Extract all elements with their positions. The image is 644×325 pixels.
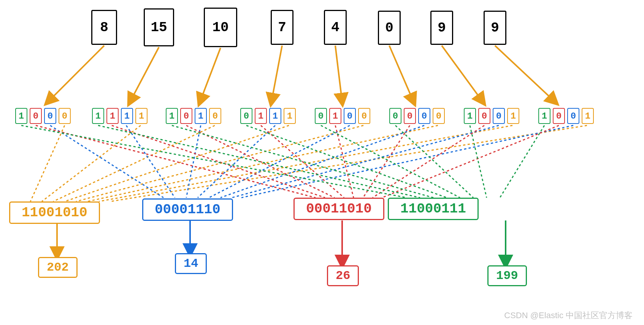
arrow-dec-to-bits-6 <box>442 46 483 102</box>
arrow-dec-to-bits-2 <box>200 48 220 102</box>
dash-blue <box>50 125 163 198</box>
dash-red <box>186 125 335 198</box>
decimal-box-7: 9 <box>484 11 506 45</box>
bit: 1 <box>255 108 267 124</box>
decimal-box-3: 7 <box>271 10 293 45</box>
decimal-value: 9 <box>438 20 446 36</box>
decimal-value: 9 <box>491 20 499 36</box>
dash-orange <box>87 125 438 201</box>
dash-green <box>321 125 460 198</box>
dash-red <box>335 125 354 198</box>
bit: 0 <box>209 108 221 124</box>
dash-orange <box>76 125 363 201</box>
result-binary-red: 00011010 <box>293 198 384 220</box>
bit: 1 <box>284 108 296 124</box>
result-binary-blue: 00001110 <box>142 198 233 221</box>
dash-green <box>470 125 487 198</box>
final-decimal-blue: 14 <box>175 253 207 274</box>
final-decimal-red: 26 <box>327 265 359 286</box>
result-arrows-layer <box>0 0 644 325</box>
dash-orange <box>110 125 587 201</box>
dash-red <box>363 125 410 198</box>
dash-red <box>382 125 559 198</box>
decimal-box-5: 0 <box>378 11 401 45</box>
bit-row-1: 1111 <box>92 108 148 124</box>
arrow-dec-to-bits-4 <box>335 46 342 102</box>
decimal-value: 8 <box>100 20 108 35</box>
bit: 1 <box>15 108 27 124</box>
bit: 0 <box>180 108 192 124</box>
dash-green <box>246 125 447 198</box>
bit: 0 <box>493 108 505 124</box>
binary-value: 00011010 <box>306 201 372 217</box>
final-value: 26 <box>336 269 350 283</box>
bit: 0 <box>389 108 401 124</box>
decimal-value: 0 <box>385 20 393 36</box>
bit: 0 <box>553 108 565 124</box>
bit: 1 <box>507 108 519 124</box>
final-value: 14 <box>184 257 198 271</box>
binary-value: 11000111 <box>400 201 466 217</box>
bit: 1 <box>135 108 148 124</box>
decimal-value: 7 <box>278 20 286 35</box>
decimal-box-1: 15 <box>144 8 174 46</box>
bit: 0 <box>418 108 430 124</box>
decimal-box-0: 8 <box>91 10 117 45</box>
final-value: 199 <box>496 269 518 283</box>
bit: 1 <box>121 108 133 124</box>
bit-row-4: 0100 <box>315 108 370 124</box>
dash-blue <box>198 125 275 198</box>
arrow-dec-to-bits-5 <box>389 46 414 102</box>
dash-blue <box>232 125 499 198</box>
dash-orange <box>65 125 289 201</box>
arrow-dec-to-bits-7 <box>495 46 555 102</box>
arrow-dec-to-bits-0 <box>48 46 104 102</box>
decimal-box-6: 9 <box>430 11 453 45</box>
dash-blue <box>186 125 201 198</box>
dash-blue <box>126 125 175 198</box>
binary-value: 11001010 <box>22 205 87 220</box>
dash-blue <box>209 125 350 198</box>
dash-blue <box>241 125 573 198</box>
bit: 0 <box>567 108 579 124</box>
dash-red <box>36 125 316 198</box>
bit: 1 <box>329 108 341 124</box>
dash-blue <box>220 125 424 198</box>
dash-orange <box>30 125 65 201</box>
bit: 0 <box>240 108 252 124</box>
orange-arrows-layer <box>0 0 644 325</box>
bit: 1 <box>166 108 178 124</box>
dash-orange <box>53 125 215 201</box>
dash-red <box>112 125 325 198</box>
result-binary-green: 11000111 <box>388 198 479 220</box>
bit-row-2: 1010 <box>166 108 221 124</box>
dash-red <box>373 125 484 198</box>
bit: 0 <box>30 108 42 124</box>
bit: 1 <box>269 108 281 124</box>
dashed-lines-layer <box>0 0 644 325</box>
bit: 1 <box>538 108 550 124</box>
dash-green <box>500 125 544 198</box>
bit: 0 <box>433 108 445 124</box>
final-decimal-green: 199 <box>487 265 527 286</box>
bit: 0 <box>344 108 356 124</box>
bit: 1 <box>92 108 104 124</box>
bit: 0 <box>59 108 71 124</box>
dash-green <box>172 125 433 198</box>
decimal-box-4: 4 <box>324 10 347 45</box>
bit-row-0: 1000 <box>15 108 71 124</box>
dash-orange <box>42 125 141 201</box>
decimal-value: 4 <box>331 20 339 35</box>
bit: 1 <box>582 108 594 124</box>
bit-row-7: 1001 <box>538 108 594 124</box>
decimal-value: 15 <box>151 20 167 35</box>
bit: 0 <box>315 108 327 124</box>
binary-value: 00001110 <box>155 202 220 217</box>
bit: 0 <box>44 108 56 124</box>
dash-orange <box>99 125 512 201</box>
bit: 0 <box>478 108 490 124</box>
bit: 1 <box>464 108 476 124</box>
bit-row-3: 0111 <box>240 108 296 124</box>
dash-red <box>261 125 344 198</box>
result-binary-orange: 11001010 <box>9 201 100 224</box>
